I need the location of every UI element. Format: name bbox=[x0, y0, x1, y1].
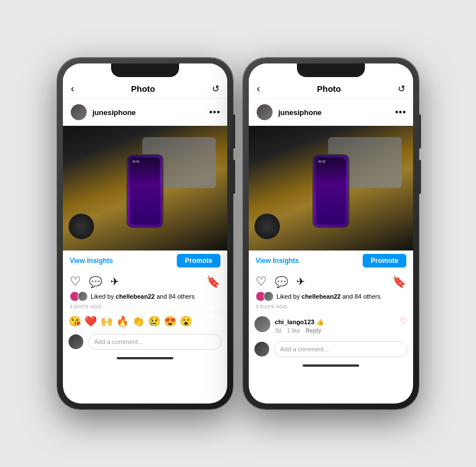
profile-right-left: junesiphone bbox=[256, 103, 322, 121]
likes-avatars-left bbox=[70, 291, 88, 302]
ig-header-right: ‹ Photo ↺ bbox=[249, 80, 413, 99]
comment-thread-right: chi_lango123 👍 ♡ 3d 1 like Reply bbox=[249, 312, 413, 338]
back-button-left[interactable]: ‹ bbox=[71, 83, 74, 95]
avatar-right[interactable] bbox=[256, 103, 274, 121]
promote-button-right[interactable]: Promote bbox=[363, 254, 406, 268]
profile-left: junesiphone bbox=[70, 103, 136, 121]
commenter-avatar-left bbox=[69, 334, 83, 349]
desk-scene-left bbox=[63, 126, 227, 251]
share-icon-right[interactable]: ✈ bbox=[296, 275, 305, 288]
phones-container: ‹ Photo ↺ junesiphone ••• bbox=[57, 58, 419, 409]
emoji-1-left[interactable]: 😘 bbox=[69, 315, 81, 328]
phone-left-screen: ‹ Photo ↺ junesiphone ••• bbox=[63, 63, 227, 404]
commenter-avatar-right bbox=[254, 342, 269, 356]
comment-likes-right: 1 like bbox=[287, 328, 300, 334]
post-image-right bbox=[249, 126, 413, 251]
home-bar-right bbox=[303, 364, 359, 367]
username-left[interactable]: junesiphone bbox=[92, 108, 136, 117]
comment-avatar-right bbox=[254, 316, 270, 332]
emoji-4-left[interactable]: 🔥 bbox=[116, 315, 129, 328]
promote-button-left[interactable]: Promote bbox=[177, 254, 220, 268]
emoji-5-left[interactable]: 👏 bbox=[132, 315, 144, 328]
like-icon-left[interactable]: ♡ bbox=[70, 274, 81, 289]
phone-right-screen: ‹ Photo ↺ junesiphone ••• bbox=[249, 63, 413, 404]
desk-phone-right bbox=[313, 154, 350, 228]
comment-age-right: 3d bbox=[275, 328, 281, 334]
likes-avatar-2-right bbox=[264, 291, 274, 302]
emoji-7-left[interactable]: 😍 bbox=[164, 315, 176, 328]
header-title-left: Photo bbox=[131, 84, 155, 94]
actions-left: ♡ 💬 ✈ bbox=[70, 274, 119, 289]
refresh-button-left[interactable]: ↺ bbox=[212, 83, 219, 94]
likes-text-right: Liked by chellebean22 and 84 others bbox=[277, 293, 380, 300]
likes-text-left: Liked by chellebean22 and 84 others bbox=[91, 293, 194, 300]
actions-right-left: ♡ 💬 ✈ bbox=[256, 274, 305, 289]
comment-meta-right: 3d 1 like Reply bbox=[275, 328, 407, 334]
profile-row-left: junesiphone ••• bbox=[63, 99, 227, 126]
avatar-left[interactable] bbox=[70, 103, 88, 121]
header-title-right: Photo bbox=[317, 84, 341, 94]
emoji-3-left[interactable]: 🙌 bbox=[100, 315, 113, 328]
comment-placeholder-right: Add a comment... bbox=[280, 346, 329, 353]
more-menu-right[interactable]: ••• bbox=[395, 107, 406, 117]
comment-placeholder-left: Add a comment... bbox=[94, 338, 143, 345]
emoji-row-left: 😘 ❤️ 🙌 🔥 👏 😢 😍 😮 bbox=[63, 312, 227, 331]
comment-input-right[interactable]: Add a comment... bbox=[274, 341, 407, 357]
timestamp-right: 3 DAYS AGO bbox=[249, 303, 413, 312]
comment-content-right: chi_lango123 👍 ♡ 3d 1 like Reply bbox=[275, 316, 407, 334]
more-menu-left[interactable]: ••• bbox=[209, 107, 220, 117]
bookmark-icon-left[interactable]: 🔖 bbox=[206, 275, 220, 288]
home-indicator-left bbox=[63, 353, 227, 364]
promote-bar-right: View Insights Promote bbox=[249, 251, 413, 271]
desk-phone-screen-right bbox=[316, 158, 346, 224]
comment-row-right: chi_lango123 👍 ♡ 3d 1 like Reply bbox=[254, 314, 407, 336]
likes-row-left: Liked by chellebean22 and 84 others bbox=[63, 291, 227, 303]
refresh-button-right[interactable]: ↺ bbox=[398, 83, 405, 94]
emoji-2-left[interactable]: ❤️ bbox=[84, 315, 97, 328]
likes-avatars-right bbox=[256, 291, 274, 302]
profile-row-right: junesiphone ••• bbox=[249, 99, 413, 126]
likes-suffix-right: and 84 others bbox=[341, 293, 380, 300]
reply-link-right[interactable]: Reply bbox=[305, 328, 321, 334]
desk-speaker-left bbox=[69, 214, 94, 239]
emoji-6-left[interactable]: 😢 bbox=[148, 315, 160, 328]
desk-speaker-right bbox=[254, 214, 280, 239]
back-button-right[interactable]: ‹ bbox=[257, 83, 260, 95]
view-insights-left[interactable]: View Insights bbox=[70, 257, 113, 265]
desk-scene-right bbox=[249, 126, 413, 251]
add-comment-row-right: Add a comment... bbox=[249, 338, 413, 360]
comment-icon-right[interactable]: 💬 bbox=[275, 275, 288, 288]
home-bar-left bbox=[117, 357, 173, 359]
actions-row-left: ♡ 💬 ✈ 🔖 bbox=[63, 271, 227, 291]
comment-username-right[interactable]: chi_lango123 👍 bbox=[275, 319, 324, 325]
add-comment-row-left: Add a comment... bbox=[63, 331, 227, 353]
ig-header-left: ‹ Photo ↺ bbox=[63, 80, 227, 99]
status-bar-right bbox=[249, 63, 413, 80]
timestamp-left: 3 DAYS AGO bbox=[63, 303, 227, 312]
bookmark-icon-right[interactable]: 🔖 bbox=[392, 275, 406, 288]
likes-username-left[interactable]: chellebean22 bbox=[116, 293, 155, 300]
share-icon-left[interactable]: ✈ bbox=[110, 275, 119, 288]
likes-avatar-2-left bbox=[78, 291, 88, 302]
post-image-left bbox=[63, 126, 227, 251]
likes-username-right[interactable]: chellebean22 bbox=[301, 293, 341, 300]
comment-input-left[interactable]: Add a comment... bbox=[88, 334, 222, 350]
comment-heart-right[interactable]: ♡ bbox=[400, 316, 407, 325]
actions-row-right: ♡ 💬 ✈ 🔖 bbox=[249, 271, 413, 291]
status-bar-left bbox=[63, 63, 227, 80]
likes-row-right: Liked by chellebean22 and 84 others bbox=[249, 291, 413, 303]
phone-left: ‹ Photo ↺ junesiphone ••• bbox=[57, 58, 233, 409]
promote-bar-left: View Insights Promote bbox=[63, 251, 227, 271]
username-right[interactable]: junesiphone bbox=[278, 108, 322, 117]
view-insights-right[interactable]: View Insights bbox=[256, 257, 299, 265]
desk-phone-left bbox=[127, 154, 164, 228]
home-indicator-right bbox=[249, 360, 413, 371]
phone-right: ‹ Photo ↺ junesiphone ••• bbox=[243, 58, 419, 409]
comment-icon-left[interactable]: 💬 bbox=[89, 275, 103, 288]
like-icon-right[interactable]: ♡ bbox=[256, 274, 267, 289]
emoji-8-left[interactable]: 😮 bbox=[180, 315, 192, 328]
desk-phone-screen-left bbox=[130, 158, 160, 224]
likes-suffix-left: and 84 others bbox=[155, 293, 194, 300]
